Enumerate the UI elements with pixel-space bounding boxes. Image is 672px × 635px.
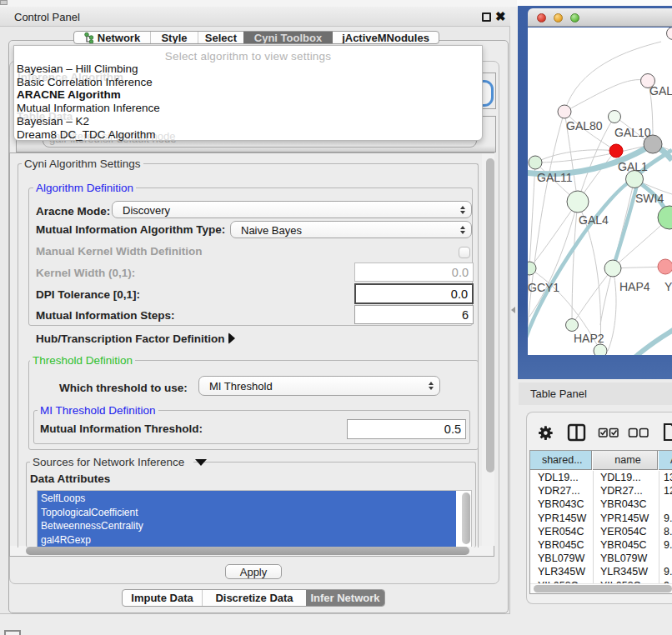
svg-text:GCY1: GCY1: [528, 281, 559, 294]
svg-text:Y: Y: [664, 280, 672, 293]
svg-text:GAL10: GAL10: [614, 126, 651, 139]
svg-text:HAP4: HAP4: [619, 280, 650, 293]
svg-text:GAL80: GAL80: [566, 119, 603, 132]
svg-text:SWI4: SWI4: [635, 192, 664, 205]
svg-text:GAL11: GAL11: [537, 171, 573, 184]
svg-text:HAP2: HAP2: [574, 332, 604, 345]
svg-text:GAL: GAL: [649, 84, 672, 98]
svg-text:GAL4: GAL4: [579, 213, 609, 227]
svg-text:GAL1: GAL1: [618, 160, 648, 173]
